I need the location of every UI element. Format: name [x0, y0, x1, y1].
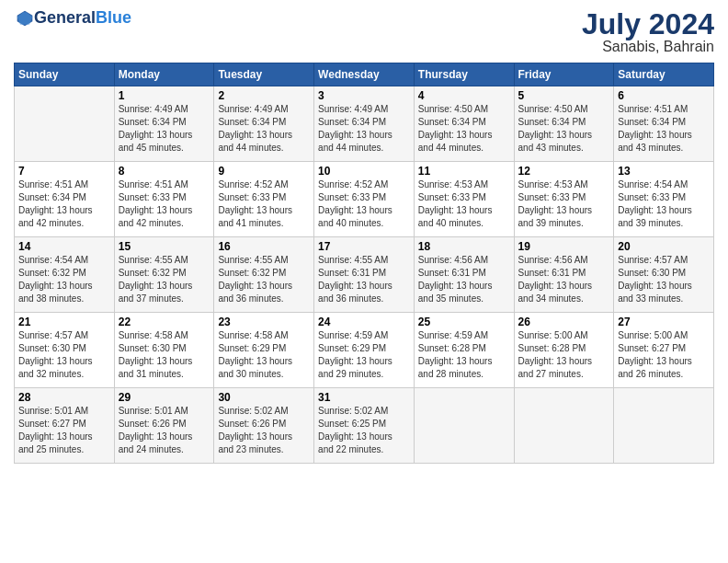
day-info: Sunrise: 5:01 AMSunset: 6:26 PMDaylight:… [119, 405, 210, 456]
day-number: 25 [418, 316, 510, 328]
day-info: Sunrise: 4:49 AMSunset: 6:34 PMDaylight:… [218, 103, 310, 155]
day-number: 16 [218, 240, 310, 253]
day-number: 13 [618, 165, 710, 178]
day-info: Sunrise: 4:56 AMSunset: 6:31 PMDaylight:… [418, 254, 510, 305]
calendar-cell: 9Sunrise: 4:52 AMSunset: 6:33 PMDaylight… [214, 162, 314, 237]
calendar-cell: 28Sunrise: 5:01 AMSunset: 6:27 PMDayligh… [15, 388, 115, 464]
day-info: Sunrise: 5:02 AMSunset: 6:25 PMDaylight:… [318, 405, 410, 456]
calendar-cell: 24Sunrise: 4:59 AMSunset: 6:29 PMDayligh… [314, 313, 415, 388]
day-number: 29 [119, 391, 210, 404]
day-info: Sunrise: 4:49 AMSunset: 6:34 PMDaylight:… [318, 103, 410, 155]
day-number: 11 [418, 165, 510, 178]
calendar-cell: 20Sunrise: 4:57 AMSunset: 6:30 PMDayligh… [614, 237, 714, 313]
day-info: Sunrise: 4:55 AMSunset: 6:32 PMDaylight:… [119, 254, 210, 305]
calendar-cell: 25Sunrise: 4:59 AMSunset: 6:28 PMDayligh… [414, 313, 514, 388]
logo-general: General [34, 8, 96, 27]
weekday-sunday: Sunday [15, 63, 115, 86]
day-number: 23 [218, 316, 310, 328]
weekday-saturday: Saturday [614, 63, 714, 86]
calendar-cell: 6Sunrise: 4:51 AMSunset: 6:34 PMDaylight… [614, 86, 714, 162]
day-info: Sunrise: 4:51 AMSunset: 6:34 PMDaylight:… [18, 178, 110, 230]
day-number: 21 [18, 316, 110, 328]
day-info: Sunrise: 4:53 AMSunset: 6:33 PMDaylight:… [418, 178, 510, 230]
calendar-cell: 5Sunrise: 4:50 AMSunset: 6:34 PMDaylight… [514, 86, 614, 162]
week-row-1: 1Sunrise: 4:49 AMSunset: 6:34 PMDaylight… [15, 86, 714, 162]
day-number: 15 [119, 240, 210, 253]
week-row-2: 7Sunrise: 4:51 AMSunset: 6:34 PMDaylight… [15, 162, 714, 237]
calendar-cell [614, 388, 714, 464]
calendar-cell: 31Sunrise: 5:02 AMSunset: 6:25 PMDayligh… [314, 388, 415, 464]
calendar-cell: 1Sunrise: 4:49 AMSunset: 6:34 PMDaylight… [114, 86, 214, 162]
page-container: GeneralBlue July 2024 Sanabis, Bahrain S… [0, 0, 728, 563]
day-info: Sunrise: 4:49 AMSunset: 6:34 PMDaylight:… [119, 103, 210, 155]
calendar-cell: 29Sunrise: 5:01 AMSunset: 6:26 PMDayligh… [114, 388, 214, 464]
calendar-body: 1Sunrise: 4:49 AMSunset: 6:34 PMDaylight… [15, 86, 714, 464]
logo: GeneralBlue [14, 9, 131, 28]
day-info: Sunrise: 4:59 AMSunset: 6:28 PMDaylight:… [418, 329, 510, 381]
calendar-header: SundayMondayTuesdayWednesdayThursdayFrid… [15, 63, 714, 86]
day-number: 9 [218, 165, 310, 178]
day-number: 12 [518, 165, 610, 178]
calendar-cell: 15Sunrise: 4:55 AMSunset: 6:32 PMDayligh… [114, 237, 214, 313]
calendar-cell: 21Sunrise: 4:57 AMSunset: 6:30 PMDayligh… [15, 313, 115, 388]
day-info: Sunrise: 5:00 AMSunset: 6:27 PMDaylight:… [618, 329, 710, 381]
day-info: Sunrise: 4:52 AMSunset: 6:33 PMDaylight:… [318, 178, 410, 230]
day-number: 2 [218, 89, 310, 102]
day-info: Sunrise: 4:52 AMSunset: 6:33 PMDaylight:… [218, 178, 310, 230]
calendar-cell: 14Sunrise: 4:54 AMSunset: 6:32 PMDayligh… [15, 237, 115, 313]
day-info: Sunrise: 4:51 AMSunset: 6:34 PMDaylight:… [618, 103, 710, 155]
calendar-cell: 22Sunrise: 4:58 AMSunset: 6:30 PMDayligh… [114, 313, 214, 388]
day-info: Sunrise: 4:50 AMSunset: 6:34 PMDaylight:… [518, 103, 610, 155]
day-number: 30 [218, 391, 310, 404]
calendar-cell: 26Sunrise: 5:00 AMSunset: 6:28 PMDayligh… [514, 313, 614, 388]
day-number: 22 [119, 316, 210, 328]
week-row-5: 28Sunrise: 5:01 AMSunset: 6:27 PMDayligh… [15, 388, 714, 464]
day-info: Sunrise: 4:57 AMSunset: 6:30 PMDaylight:… [618, 254, 710, 305]
day-info: Sunrise: 4:54 AMSunset: 6:32 PMDaylight:… [18, 254, 110, 305]
day-info: Sunrise: 4:56 AMSunset: 6:31 PMDaylight:… [518, 254, 610, 305]
calendar-cell: 8Sunrise: 4:51 AMSunset: 6:33 PMDaylight… [114, 162, 214, 237]
day-info: Sunrise: 5:02 AMSunset: 6:26 PMDaylight:… [218, 405, 310, 456]
calendar: SundayMondayTuesdayWednesdayThursdayFrid… [14, 63, 714, 464]
day-info: Sunrise: 4:55 AMSunset: 6:32 PMDaylight:… [218, 254, 310, 305]
location: Sanabis, Bahrain [582, 39, 714, 55]
day-info: Sunrise: 4:54 AMSunset: 6:33 PMDaylight:… [618, 178, 710, 230]
day-info: Sunrise: 4:53 AMSunset: 6:33 PMDaylight:… [518, 178, 610, 230]
weekday-wednesday: Wednesday [314, 63, 415, 86]
day-number: 14 [18, 240, 110, 253]
calendar-cell: 7Sunrise: 4:51 AMSunset: 6:34 PMDaylight… [15, 162, 115, 237]
day-info: Sunrise: 4:55 AMSunset: 6:31 PMDaylight:… [318, 254, 410, 305]
title-block: July 2024 Sanabis, Bahrain [582, 9, 714, 55]
day-info: Sunrise: 5:01 AMSunset: 6:27 PMDaylight:… [18, 405, 110, 456]
day-number: 20 [618, 240, 710, 253]
calendar-cell: 4Sunrise: 4:50 AMSunset: 6:34 PMDaylight… [414, 86, 514, 162]
calendar-cell: 16Sunrise: 4:55 AMSunset: 6:32 PMDayligh… [214, 237, 314, 313]
day-number: 4 [418, 89, 510, 102]
calendar-cell: 17Sunrise: 4:55 AMSunset: 6:31 PMDayligh… [314, 237, 415, 313]
weekday-header-row: SundayMondayTuesdayWednesdayThursdayFrid… [15, 63, 714, 86]
day-number: 17 [318, 240, 410, 253]
day-number: 31 [318, 391, 410, 404]
month-year: July 2024 [582, 9, 714, 39]
day-number: 19 [518, 240, 610, 253]
day-info: Sunrise: 4:58 AMSunset: 6:30 PMDaylight:… [119, 329, 210, 381]
header: GeneralBlue July 2024 Sanabis, Bahrain [14, 9, 714, 55]
calendar-cell [15, 86, 115, 162]
calendar-cell: 30Sunrise: 5:02 AMSunset: 6:26 PMDayligh… [214, 388, 314, 464]
day-info: Sunrise: 4:58 AMSunset: 6:29 PMDaylight:… [218, 329, 310, 381]
calendar-cell: 18Sunrise: 4:56 AMSunset: 6:31 PMDayligh… [414, 237, 514, 313]
weekday-tuesday: Tuesday [214, 63, 314, 86]
weekday-monday: Monday [114, 63, 214, 86]
day-number: 8 [119, 165, 210, 178]
logo-text: GeneralBlue [34, 9, 131, 28]
day-number: 7 [18, 165, 110, 178]
logo-icon [16, 9, 34, 28]
calendar-cell: 23Sunrise: 4:58 AMSunset: 6:29 PMDayligh… [214, 313, 314, 388]
calendar-cell: 3Sunrise: 4:49 AMSunset: 6:34 PMDaylight… [314, 86, 415, 162]
day-info: Sunrise: 4:50 AMSunset: 6:34 PMDaylight:… [418, 103, 510, 155]
day-number: 6 [618, 89, 710, 102]
calendar-cell [514, 388, 614, 464]
day-number: 27 [618, 316, 710, 328]
weekday-thursday: Thursday [414, 63, 514, 86]
day-number: 10 [318, 165, 410, 178]
